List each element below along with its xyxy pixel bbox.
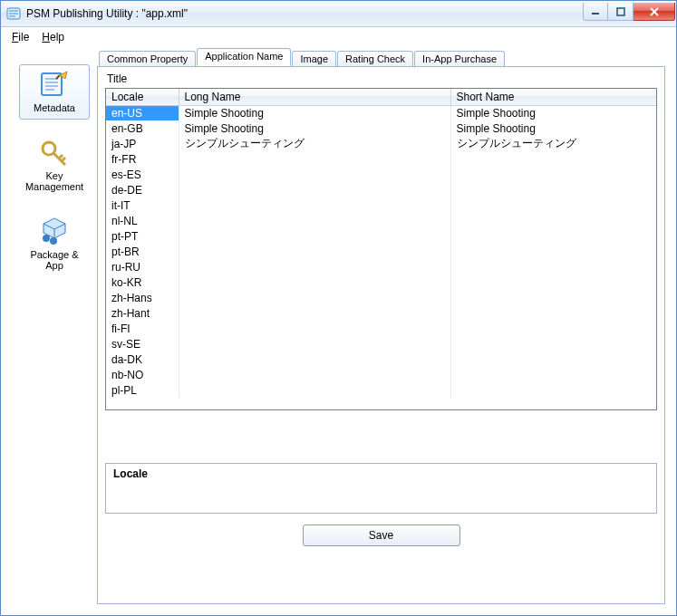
cell-short-name[interactable]	[450, 274, 656, 290]
table-row[interactable]: ja-JPシンプルシューティングシンプルシューティング	[106, 136, 656, 151]
cell-long-name[interactable]	[179, 151, 450, 167]
table-row[interactable]: nl-NL	[106, 213, 656, 228]
table-row[interactable]: zh-Hant	[106, 305, 656, 321]
tab-rating-check[interactable]: Rating Check	[337, 51, 413, 67]
svg-point-7	[50, 237, 57, 245]
close-button[interactable]	[633, 3, 675, 21]
table-row[interactable]: es-ES	[106, 167, 656, 182]
tab-common-property[interactable]: Common Property	[99, 51, 196, 67]
table-row[interactable]: zh-Hans	[106, 290, 656, 305]
cell-long-name[interactable]	[179, 182, 450, 197]
menu-file[interactable]: File	[12, 31, 29, 43]
cell-short-name[interactable]	[450, 228, 656, 244]
cell-locale[interactable]: en-US	[106, 105, 179, 120]
cell-short-name[interactable]	[450, 167, 656, 182]
cell-locale[interactable]: en-GB	[106, 120, 179, 136]
tab-image[interactable]: Image	[292, 51, 336, 67]
maximize-button[interactable]	[608, 3, 633, 21]
cell-locale[interactable]: zh-Hant	[106, 305, 179, 321]
cell-long-name[interactable]	[179, 367, 450, 382]
tab-content: Title Locale Long Name Short Name en-USS…	[97, 66, 665, 604]
cell-long-name[interactable]: Simple Shooting	[179, 105, 450, 120]
cell-locale[interactable]: es-ES	[106, 167, 179, 182]
table-row[interactable]: de-DE	[106, 182, 656, 197]
cell-long-name[interactable]	[179, 336, 450, 351]
cell-long-name[interactable]	[179, 305, 450, 321]
col-header-long-name[interactable]: Long Name	[179, 89, 450, 105]
cell-locale[interactable]: nb-NO	[106, 367, 179, 382]
table-row[interactable]: sv-SE	[106, 336, 656, 351]
cell-short-name[interactable]	[450, 351, 656, 367]
table-row[interactable]: en-USSimple ShootingSimple Shooting	[106, 105, 656, 120]
cell-locale[interactable]: pt-BR	[106, 244, 179, 259]
cell-long-name[interactable]	[179, 290, 450, 305]
table-row[interactable]: nb-NO	[106, 367, 656, 382]
cell-short-name[interactable]	[450, 336, 656, 351]
cell-locale[interactable]: fi-FI	[106, 321, 179, 336]
cell-long-name[interactable]	[179, 244, 450, 259]
table-row[interactable]: fi-FI	[106, 321, 656, 336]
minimize-button[interactable]	[583, 3, 608, 21]
cell-long-name[interactable]: シンプルシューティング	[179, 136, 450, 151]
cell-long-name[interactable]	[179, 228, 450, 244]
col-header-short-name[interactable]: Short Name	[450, 89, 656, 105]
cell-short-name[interactable]	[450, 197, 656, 213]
table-row[interactable]: ru-RU	[106, 259, 656, 274]
cell-locale[interactable]: de-DE	[106, 182, 179, 197]
cell-short-name[interactable]: Simple Shooting	[450, 105, 656, 120]
cell-locale[interactable]: fr-FR	[106, 151, 179, 167]
cell-long-name[interactable]	[179, 213, 450, 228]
cell-short-name[interactable]	[450, 259, 656, 274]
table-row[interactable]: fr-FR	[106, 151, 656, 167]
cell-long-name[interactable]	[179, 167, 450, 182]
cell-long-name[interactable]	[179, 197, 450, 213]
title-grid[interactable]: Locale Long Name Short Name en-USSimple …	[105, 88, 657, 410]
key-icon	[36, 137, 73, 168]
cell-long-name[interactable]	[179, 274, 450, 290]
table-row[interactable]: pt-PT	[106, 228, 656, 244]
save-button[interactable]: Save	[303, 525, 460, 546]
table-row[interactable]: en-GBSimple ShootingSimple Shooting	[106, 120, 656, 136]
col-header-locale[interactable]: Locale	[106, 89, 179, 105]
table-row[interactable]: da-DK	[106, 351, 656, 367]
cell-locale[interactable]: ja-JP	[106, 136, 179, 151]
cell-long-name[interactable]	[179, 259, 450, 274]
sidebar-item-metadata[interactable]: Metadata	[19, 64, 90, 120]
cell-short-name[interactable]	[450, 244, 656, 259]
table-row[interactable]: ko-KR	[106, 274, 656, 290]
sidebar-item-key-management[interactable]: Key Management	[19, 132, 90, 198]
cell-short-name[interactable]	[450, 213, 656, 228]
cell-locale[interactable]: nl-NL	[106, 213, 179, 228]
cell-short-name[interactable]	[450, 151, 656, 167]
table-row[interactable]: pl-PL	[106, 382, 656, 398]
cell-locale[interactable]: sv-SE	[106, 336, 179, 351]
tab-application-name[interactable]: Application Name	[197, 48, 291, 66]
grid-header-row: Locale Long Name Short Name	[106, 89, 656, 105]
table-row[interactable]: it-IT	[106, 197, 656, 213]
cell-short-name[interactable]	[450, 382, 656, 398]
tab-in-app-purchase[interactable]: In-App Purchase	[414, 51, 505, 67]
table-row[interactable]: pt-BR	[106, 244, 656, 259]
cell-short-name[interactable]	[450, 321, 656, 336]
cell-long-name[interactable]	[179, 321, 450, 336]
cell-short-name[interactable]: シンプルシューティング	[450, 136, 656, 151]
locale-detail-title: Locale	[113, 467, 649, 480]
cell-locale[interactable]: it-IT	[106, 197, 179, 213]
cell-long-name[interactable]: Simple Shooting	[179, 120, 450, 136]
menu-help[interactable]: Help	[42, 31, 64, 43]
sidebar-item-package-app[interactable]: Package & App	[19, 211, 90, 277]
cell-short-name[interactable]	[450, 290, 656, 305]
cell-short-name[interactable]	[450, 367, 656, 382]
cell-locale[interactable]: ru-RU	[106, 259, 179, 274]
cell-short-name[interactable]	[450, 305, 656, 321]
cell-locale[interactable]: ko-KR	[106, 274, 179, 290]
cell-locale[interactable]: pl-PL	[106, 382, 179, 398]
cell-locale[interactable]: da-DK	[106, 351, 179, 367]
cell-short-name[interactable]: Simple Shooting	[450, 120, 656, 136]
cell-long-name[interactable]	[179, 382, 450, 398]
cell-long-name[interactable]	[179, 351, 450, 367]
cell-locale[interactable]: pt-PT	[106, 228, 179, 244]
titlebar[interactable]: PSM Publishing Utility : "app.xml"	[1, 1, 676, 27]
cell-locale[interactable]: zh-Hans	[106, 290, 179, 305]
cell-short-name[interactable]	[450, 182, 656, 197]
